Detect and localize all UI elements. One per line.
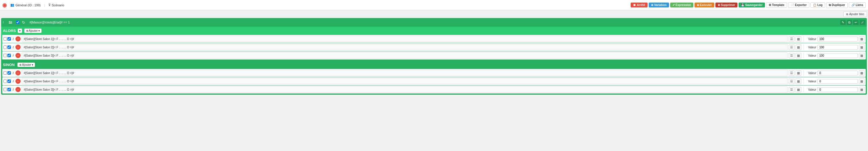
nav-scenario-label: Scénario <box>52 3 64 7</box>
alors-row2-calendar-button[interactable]: ▦ <box>796 45 801 50</box>
liens-button[interactable]: 🔗 Liens <box>849 2 866 8</box>
alors-ajouter-button[interactable]: ⊕ Ajouter ▾ <box>24 29 42 33</box>
alors-header: ALORS ▾ ⊕ Ajouter ▾ <box>1 27 867 35</box>
sinon-row1-end-button[interactable]: ▦ <box>859 70 865 76</box>
alors-row1-minus-button[interactable]: − <box>16 36 21 41</box>
top-bar: ◉ 👥 Général (ID : 199) | ⊽ Scénario ⏹ Ar… <box>0 0 868 10</box>
sinon-row3-check2[interactable] <box>7 88 11 91</box>
sinon-row2-hamburger-button[interactable]: ☰ <box>789 79 795 84</box>
exporter-icon: 📄 <box>791 3 794 7</box>
template-icon: ⚙ <box>769 3 771 7</box>
log-button[interactable]: 📋 Log <box>810 2 825 8</box>
alors-row1-checks <box>3 37 11 41</box>
sinon-ajouter-button[interactable]: ⊕ Ajouter ▾ <box>18 63 35 67</box>
si-copy-button[interactable]: ⧉ <box>847 20 852 25</box>
sinon-row2-calendar-button[interactable]: ▦ <box>796 79 801 84</box>
sinon-row1-minus-button[interactable]: − <box>16 70 21 75</box>
sinon-row3-end-button[interactable]: ▦ <box>859 87 865 92</box>
si-expand-button[interactable]: ⤢ <box>860 20 865 25</box>
sinon-row1-index: I <box>12 71 14 75</box>
alors-row2-end-button[interactable]: ▦ <box>859 45 865 50</box>
alors-row-3: I − #[Salon][Store Salon 3][< F . . . . … <box>2 51 866 60</box>
sinon-row3-valeur-input[interactable] <box>817 87 858 92</box>
executer-button[interactable]: ⊕ Exécuter <box>694 3 714 7</box>
arrete-button[interactable]: ⏹ Arrêté <box>631 3 647 7</box>
expression-button[interactable]: ✔ Expression <box>670 3 693 7</box>
si-undo-button[interactable]: ↩ <box>853 20 859 25</box>
add-bloc-icon: ⊕ <box>846 12 848 16</box>
sinon-row3-minus-button[interactable]: − <box>16 87 21 92</box>
alors-row3-end-button[interactable]: ▦ <box>859 53 865 58</box>
sauvegarder-button[interactable]: 💾 Sauvegarder <box>739 3 765 7</box>
alors-row3-minus-button[interactable]: − <box>16 53 21 58</box>
variables-button[interactable]: ⊕ Variables <box>649 3 669 7</box>
exporter-button[interactable]: 📄 Exporter <box>788 2 809 8</box>
sinon-row1-valeur-label: Valeur <box>806 72 816 75</box>
alors-row3-valeur-label: Valeur <box>806 54 816 57</box>
sinon-row3-separator <box>804 87 804 92</box>
alors-row2-check1[interactable] <box>3 45 7 49</box>
alors-row1-check2[interactable] <box>7 37 11 41</box>
alors-row-1: I − #[Salon][Store Salon 1][< F . . . . … <box>2 35 866 43</box>
supprimer-button[interactable]: ⊕ Supprimer <box>715 3 738 7</box>
sinon-row2-minus-button[interactable]: − <box>16 79 21 84</box>
sinon-label: SINON <box>3 63 16 67</box>
alors-row2-minus-button[interactable]: − <box>16 45 21 50</box>
sinon-row1-hamburger-button[interactable]: ☰ <box>789 70 795 76</box>
add-bloc-label: Ajouter bloc <box>849 12 864 16</box>
si-refresh-button[interactable]: ↻ <box>21 20 26 25</box>
expression-icon: ✔ <box>673 3 675 7</box>
si-checkbox[interactable] <box>16 21 20 24</box>
sinon-row3-formula: #[Salon][Store Salon 3][< F . . . . . O … <box>22 86 787 93</box>
sinon-row2-check2[interactable] <box>7 79 11 83</box>
template-label: Template <box>772 3 784 7</box>
supprimer-icon: ⊕ <box>718 3 720 7</box>
alors-row2-checks <box>3 45 11 49</box>
sinon-row1-calendar-button[interactable]: ▦ <box>796 70 801 76</box>
si-header: I SI ↻ #[Maison][Volets][Etat]# == 1 ✎ ⧉… <box>1 18 867 27</box>
alors-row1-formula: #[Salon][Store Salon 1][< F . . . . . O … <box>22 36 787 42</box>
sinon-row1-valeur-input[interactable] <box>817 71 858 75</box>
app-logo: ◉ <box>2 2 7 8</box>
alors-row2-hamburger-button[interactable]: ☰ <box>789 45 795 50</box>
alors-row3-calendar-button[interactable]: ▦ <box>796 53 801 58</box>
alors-row2-check2[interactable] <box>7 45 11 49</box>
alors-ajouter-icon: ⊕ <box>26 29 28 32</box>
si-edit-button[interactable]: ✎ <box>840 20 846 25</box>
sinon-row3-hamburger-button[interactable]: ☰ <box>789 87 795 92</box>
sinon-row2-end-button[interactable]: ▦ <box>859 79 865 84</box>
alors-row3-index: I <box>12 54 14 57</box>
alors-row1-hamburger-button[interactable]: ☰ <box>789 36 795 42</box>
alors-row3-hamburger-button[interactable]: ☰ <box>789 53 795 58</box>
alors-row1-end-button[interactable]: ▦ <box>859 36 865 42</box>
alors-row2-valeur-input[interactable] <box>817 45 858 50</box>
template-button[interactable]: ⚙ Template <box>766 2 787 8</box>
sinon-row3-checks <box>3 88 11 91</box>
nav-general[interactable]: 👥 Général (ID : 199) <box>8 3 42 7</box>
sinon-row3-check1[interactable] <box>3 88 7 91</box>
top-bar-right: ⏹ Arrêté ⊕ Variables ✔ Expression ⊕ Exéc… <box>631 2 866 8</box>
nav-scenario[interactable]: ⊽ Scénario <box>46 3 66 7</box>
sinon-row-1: I − #[Salon][Store Salon 1][< F . . . . … <box>2 69 866 77</box>
alors-row3-formula: #[Salon][Store Salon 3][< F . . . . . O … <box>22 52 787 59</box>
sinon-row1-check2[interactable] <box>7 71 11 75</box>
expression-label: Expression <box>676 3 691 7</box>
alors-section: ALORS ▾ ⊕ Ajouter ▾ I − #[Salon][Store S… <box>1 27 867 60</box>
sinon-row2-valeur-input[interactable] <box>817 79 858 84</box>
alors-row1-check1[interactable] <box>3 37 7 41</box>
sinon-row3-calendar-button[interactable]: ▦ <box>796 87 801 92</box>
sinon-row3-index: I <box>12 88 14 91</box>
sinon-row2-check1[interactable] <box>3 79 7 83</box>
sinon-row2-formula: #[Salon][Store Salon 2][< F . . . . . O … <box>22 78 787 84</box>
sinon-row1-check1[interactable] <box>3 71 7 75</box>
sinon-ajouter-label: Ajouter <box>22 63 31 66</box>
alors-row1-valeur-input[interactable] <box>817 37 858 41</box>
add-bloc-button[interactable]: ⊕ Ajouter bloc <box>843 11 867 17</box>
alors-row3-check1[interactable] <box>3 54 7 57</box>
alors-row3-valeur-input[interactable] <box>817 53 858 58</box>
alors-row1-calendar-button[interactable]: ▦ <box>796 36 801 42</box>
dupliquer-button[interactable]: ⧉ Dupliquer <box>826 2 848 8</box>
alors-arrow-button[interactable]: ▾ <box>18 29 22 33</box>
alors-row3-check2[interactable] <box>7 54 11 57</box>
alors-ajouter-label: Ajouter <box>29 29 38 32</box>
